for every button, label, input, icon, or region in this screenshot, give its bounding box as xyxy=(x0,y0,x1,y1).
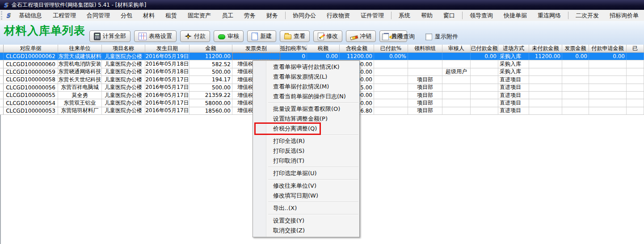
table-cell[interactable]: 2016年05月17日 xyxy=(145,84,189,91)
menubar-item-证件管理[interactable]: 证件管理 xyxy=(355,10,389,21)
table-cell[interactable]: 2016年05月17日 xyxy=(145,76,189,83)
table-cell[interactable] xyxy=(374,107,408,114)
table-cell[interactable]: 58000.00 xyxy=(189,99,232,106)
table-cell[interactable]: CLCGD100000053 xyxy=(4,107,58,114)
table-cell[interactable] xyxy=(562,68,589,76)
table-cell[interactable] xyxy=(442,53,471,60)
directory-query-checkbox[interactable]: 目录查询 xyxy=(382,33,415,41)
menubar-item-窗口[interactable]: 窗口 xyxy=(438,10,460,21)
table-cell[interactable]: 2016年05月17日 xyxy=(145,99,189,106)
table-cell[interactable]: 儿童医院办公楼 xyxy=(102,107,145,114)
table-cell[interactable]: 11200.00 xyxy=(189,53,232,60)
menubar-item-合同管理[interactable]: 合同管理 xyxy=(81,10,115,21)
table-cell[interactable] xyxy=(589,107,627,114)
table-cell[interactable] xyxy=(0,84,4,91)
table-cell[interactable] xyxy=(562,60,589,67)
menubar-item-招标询价单[interactable]: 招标询价单 xyxy=(604,10,644,21)
column-header-领料班组[interactable]: 领料班组 xyxy=(408,45,442,52)
table-cell[interactable]: 2016年05月18日 xyxy=(145,68,189,76)
table-cell[interactable] xyxy=(529,99,562,106)
table-cell[interactable] xyxy=(0,60,4,67)
table-cell[interactable]: 194.17 xyxy=(189,76,232,83)
table-cell[interactable]: 2016年05月17日 xyxy=(145,107,189,114)
table-cell[interactable] xyxy=(374,84,408,91)
table-cell[interactable] xyxy=(589,99,627,106)
table-cell[interactable] xyxy=(0,53,4,60)
table-cell[interactable]: 直进项目 xyxy=(498,107,529,114)
table-cell[interactable]: CLCGD100000055 xyxy=(4,92,58,99)
table-cell[interactable] xyxy=(529,60,562,67)
menubar-item-固定资产[interactable]: 固定资产 xyxy=(182,10,216,21)
table-cell[interactable]: 儿童医院办公楼 xyxy=(102,99,145,106)
column-header-已付款金额[interactable]: 已付款金额 xyxy=(471,45,498,52)
table-cell[interactable]: 东营双王铝业 xyxy=(58,99,102,106)
table-cell[interactable]: 500.00 xyxy=(189,68,232,76)
table-cell[interactable]: CLCGD100000060 xyxy=(4,60,58,67)
writeoff-button[interactable]: 冲销 xyxy=(346,30,376,42)
table-cell[interactable]: 儿童医院办公楼 xyxy=(102,60,145,67)
column-header-进场方式[interactable]: 进场方式 xyxy=(498,45,529,52)
context-menu-item[interactable]: 设置结算调整金额(P) xyxy=(253,114,359,124)
payment-button[interactable]: 付款 xyxy=(180,30,210,42)
table-cell[interactable]: 11200.00 xyxy=(340,53,374,60)
table-cell[interactable]: 2016年05月18日 xyxy=(145,60,189,67)
table-cell[interactable] xyxy=(374,99,408,106)
table-cell[interactable]: 21359.22 xyxy=(189,92,232,99)
table-cell[interactable] xyxy=(0,107,4,114)
context-menu-item[interactable]: 查看单据发票情况(L) xyxy=(253,72,359,82)
table-cell[interactable] xyxy=(408,53,442,60)
table-cell[interactable]: 直进项目 xyxy=(498,84,529,91)
table-cell[interactable] xyxy=(627,60,644,67)
table-cell[interactable] xyxy=(627,107,644,114)
table-cell[interactable] xyxy=(374,68,408,76)
table-cell[interactable]: 18560.00 xyxy=(189,107,232,114)
column-header-发票类别[interactable]: 发票类别 xyxy=(232,45,280,52)
table-cell[interactable]: 500.00 xyxy=(189,84,232,91)
context-menu-item[interactable]: 打印选定单据(U) xyxy=(253,168,359,178)
table-cell[interactable]: 项目部 xyxy=(408,84,442,91)
column-header-审核人[interactable]: 审核人 xyxy=(442,45,471,52)
table-cell[interactable]: 直进项目 xyxy=(498,92,529,99)
context-menu-item[interactable]: 导出..(X) xyxy=(253,203,359,213)
table-cell[interactable] xyxy=(471,76,498,83)
table-cell[interactable]: 0 xyxy=(280,53,307,60)
table-cell[interactable] xyxy=(529,84,562,91)
column-header-发票金额[interactable]: 发票金额 xyxy=(562,45,589,52)
table-cell[interactable] xyxy=(627,53,644,60)
table-cell[interactable]: 东营长天世纪科技 xyxy=(58,76,102,83)
show-attachments-checkbox[interactable]: 显示附件 xyxy=(425,33,458,41)
column-header-抵扣税率%[interactable]: 抵扣税率% xyxy=(280,45,307,52)
table-cell[interactable]: 超级用户 xyxy=(442,68,471,76)
table-cell[interactable]: 莫全勇 xyxy=(58,92,102,99)
table-cell[interactable]: 东营机电消防安装 xyxy=(58,60,102,67)
menubar-item-员工[interactable]: 员工 xyxy=(216,10,239,21)
table-cell[interactable] xyxy=(529,107,562,114)
table-cell[interactable] xyxy=(442,76,471,83)
new-button[interactable]: 新建 xyxy=(247,30,276,42)
column-header-付款申请金额[interactable]: 付款申请金额 xyxy=(589,45,627,52)
table-cell[interactable]: 2016年05月19日 xyxy=(145,53,189,60)
table-cell[interactable] xyxy=(562,99,589,106)
column-header-项目名称[interactable]: 项目名称 xyxy=(102,45,145,52)
table-cell[interactable] xyxy=(471,107,498,114)
context-menu-item[interactable]: 查看当前单据的操作日志(N) xyxy=(253,92,359,101)
table-cell[interactable] xyxy=(442,60,471,67)
table-cell[interactable] xyxy=(589,84,627,91)
table-cell[interactable] xyxy=(562,92,589,99)
column-header-indicator[interactable] xyxy=(0,45,4,52)
table-cell[interactable] xyxy=(232,53,280,60)
table-cell[interactable]: 项目部 xyxy=(408,99,442,106)
table-cell[interactable] xyxy=(442,99,471,106)
table-cell[interactable] xyxy=(627,99,644,106)
table-cell[interactable] xyxy=(589,76,627,83)
table-cell[interactable]: 儿童医院办公楼 xyxy=(102,92,145,99)
table-cell[interactable]: 项目部 xyxy=(408,107,442,114)
table-cell[interactable]: 儿童医院办公楼 xyxy=(102,84,145,91)
table-cell[interactable]: 采购入库 xyxy=(498,60,529,67)
context-menu-item[interactable]: 打印反选(S) xyxy=(253,146,359,156)
context-menu-item[interactable]: 批量设置单据查看权限(O) xyxy=(253,104,359,114)
table-cell[interactable] xyxy=(442,107,471,114)
table-cell[interactable]: 采购入库 xyxy=(498,68,529,76)
table-cell[interactable] xyxy=(562,76,589,83)
table-cell[interactable] xyxy=(374,60,408,67)
